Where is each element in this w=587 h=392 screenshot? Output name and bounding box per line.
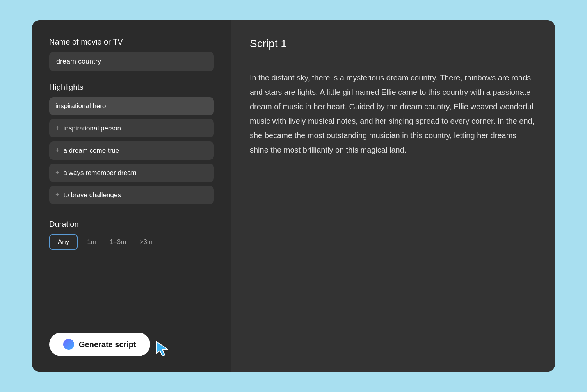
highlight-tag-inspirational-hero[interactable]: inspirational hero xyxy=(49,97,214,115)
generate-btn-wrapper: Generate script xyxy=(49,333,214,356)
highlight-label: always remember dream xyxy=(64,169,137,177)
plus-icon: + xyxy=(55,146,60,155)
duration-label: Duration xyxy=(49,220,79,228)
duration-btn-1m[interactable]: 1m xyxy=(83,235,100,249)
highlight-label: inspirational person xyxy=(64,125,121,132)
highlights-label: Highlights xyxy=(49,83,214,92)
duration-btn-any[interactable]: Any xyxy=(49,234,78,250)
generate-btn-label: Generate script xyxy=(79,340,136,349)
svg-marker-0 xyxy=(156,341,168,356)
divider xyxy=(250,58,536,58)
duration-options: Any1m1–3m>3m xyxy=(49,234,214,250)
movie-label: Name of movie or TV xyxy=(49,37,214,46)
highlight-tag-dream-come-true[interactable]: +a dream come true xyxy=(49,141,214,160)
plus-icon: + xyxy=(55,191,60,199)
right-panel: Script 1 In the distant sky, there is a … xyxy=(231,20,555,372)
duration-section: Duration Any1m1–3m>3m xyxy=(49,220,214,250)
highlights-list: inspirational hero+inspirational person+… xyxy=(49,97,214,208)
highlight-label: to brave challenges xyxy=(64,191,121,199)
generate-script-button[interactable]: Generate script xyxy=(49,333,150,356)
left-panel: Name of movie or TV Highlights inspirati… xyxy=(32,20,231,372)
highlight-label: a dream come true xyxy=(64,147,119,155)
highlight-label: inspirational hero xyxy=(55,102,106,110)
highlight-tag-always-remember-dream[interactable]: +always remember dream xyxy=(49,164,214,182)
generate-icon xyxy=(63,339,74,350)
duration-btn-3m-plus[interactable]: >3m xyxy=(135,235,157,249)
script-content: In the distant sky, there is a mysteriou… xyxy=(250,71,536,157)
plus-icon: + xyxy=(55,124,60,132)
movie-input[interactable] xyxy=(49,52,214,71)
duration-btn-1-3m[interactable]: 1–3m xyxy=(106,235,130,249)
highlight-tag-brave-challenges[interactable]: +to brave challenges xyxy=(49,186,214,204)
highlight-tag-inspirational-person[interactable]: +inspirational person xyxy=(49,119,214,137)
highlights-section: Highlights inspirational hero+inspiratio… xyxy=(49,83,214,208)
script-title: Script 1 xyxy=(250,37,536,50)
main-container: Name of movie or TV Highlights inspirati… xyxy=(32,20,555,372)
cursor-icon xyxy=(155,340,171,357)
plus-icon: + xyxy=(55,169,60,177)
